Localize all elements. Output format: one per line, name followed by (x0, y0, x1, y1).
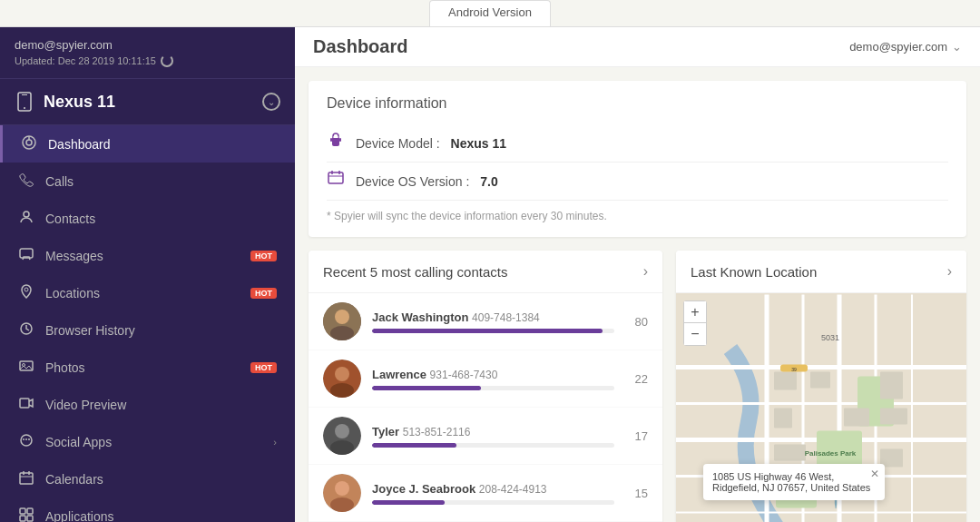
contact-item-joyce: Joyce J. Seabrook 208-424-4913 15 (309, 465, 662, 522)
popup-close-button[interactable]: ✕ (870, 468, 879, 480)
avatar-tyler (323, 417, 361, 455)
device-sync-note: * Spyier will sync the device informatio… (327, 210, 948, 222)
location-address: 1085 US Highway 46 West, Ridgefield, NJ … (712, 471, 870, 493)
sidebar-item-photos[interactable]: Photos HOT (0, 349, 295, 386)
device-os-label: Device OS Version : (356, 174, 469, 189)
svg-point-14 (23, 438, 24, 440)
top-bar: Dashboard demo@spyier.com ⌄ (295, 27, 980, 67)
contact-bar-lawrence (372, 386, 614, 390)
location-popup: ✕ 1085 US Highway 46 West, Ridgefield, N… (703, 464, 885, 500)
device-info-title: Device information (327, 95, 948, 112)
zoom-out-button[interactable]: − (684, 323, 706, 345)
sidebar-item-calls[interactable]: Calls (0, 163, 295, 200)
photos-hot-badge: HOT (250, 362, 277, 373)
sidebar-item-applications[interactable]: Applications (0, 497, 295, 522)
svg-rect-21 (20, 508, 25, 514)
map-card-title: Last Known Location (691, 264, 817, 280)
sidebar-item-calendars[interactable]: Calendars (0, 460, 295, 497)
svg-point-44 (330, 497, 354, 512)
calling-contacts-card: Recent 5 most calling contacts › (309, 251, 662, 522)
sidebar-item-label-contacts: Contacts (45, 212, 277, 226)
top-bar-right: demo@spyier.com ⌄ (849, 40, 962, 54)
sidebar-item-social-apps[interactable]: Social Apps › (0, 423, 295, 460)
contact-count-lawrence: 22 (625, 372, 648, 386)
contact-count-joyce: 15 (625, 487, 648, 500)
main-layout: demo@spyier.com Updated: Dec 28 2019 10:… (0, 27, 980, 522)
svg-point-15 (25, 438, 27, 440)
device-model-row: Device Model : Nexus 11 (327, 124, 948, 163)
svg-point-35 (330, 326, 354, 340)
sidebar-item-browser-history[interactable]: Browser History (0, 311, 295, 349)
device-os-row: Device OS Version : 7.0 (327, 163, 948, 201)
sidebar-item-contacts[interactable]: Contacts (0, 200, 295, 237)
social-apps-icon (18, 433, 34, 450)
sidebar-item-locations[interactable]: Locations HOT (0, 274, 295, 311)
contact-bar-joyce (372, 500, 614, 505)
refresh-icon[interactable] (161, 54, 173, 67)
contact-bar-jack (372, 329, 614, 333)
map-card-header: Last Known Location › (676, 251, 966, 293)
svg-rect-64 (880, 409, 907, 425)
contact-item-lawrence: Lawrence 931-468-7430 22 (309, 350, 662, 408)
sidebar-item-label-browser-history: Browser History (45, 323, 277, 338)
calls-icon (18, 172, 34, 190)
avatar-lawrence (323, 359, 361, 398)
svg-point-16 (28, 438, 30, 440)
page-title: Dashboard (313, 36, 407, 57)
contact-info-joyce: Joyce J. Seabrook 208-424-4913 (372, 482, 614, 505)
android-icon (327, 132, 345, 154)
avatar-joyce (323, 474, 361, 512)
nav-items: Dashboard Calls Contact (0, 125, 295, 522)
locations-hot-badge: HOT (250, 288, 277, 299)
sidebar-updated: Updated: Dec 28 2019 10:11:15 (15, 54, 280, 67)
svg-point-6 (24, 212, 29, 217)
sidebar-item-video-preview[interactable]: Video Preview (0, 386, 295, 423)
device-name: Nexus 11 (44, 93, 115, 112)
sidebar-item-messages[interactable]: Messages HOT (0, 237, 295, 274)
android-version-tab[interactable]: Android Version (429, 0, 551, 26)
map-card-arrow-icon[interactable]: › (947, 263, 952, 280)
device-model-value: Nexus 11 (451, 136, 506, 151)
main-content: Dashboard demo@spyier.com ⌄ Device infor… (295, 27, 980, 522)
svg-point-28 (337, 136, 338, 138)
avatar-jack (323, 302, 361, 340)
svg-rect-29 (328, 172, 343, 183)
contact-name-phone-jack: Jack Washington 409-748-1384 (372, 310, 614, 324)
calendars-icon (18, 470, 34, 488)
sidebar-item-label-dashboard: Dashboard (48, 137, 277, 152)
svg-point-43 (335, 481, 349, 496)
device-selector-left: Nexus 11 (15, 92, 115, 112)
messages-hot-badge: HOT (250, 251, 277, 261)
cards-row: Recent 5 most calling contacts › (309, 251, 966, 522)
dashboard-icon (21, 135, 37, 153)
messages-icon (18, 247, 34, 264)
top-bar-chevron-icon[interactable]: ⌄ (952, 40, 962, 54)
sidebar-item-dashboard[interactable]: Dashboard (0, 125, 295, 163)
contact-name-phone-joyce: Joyce J. Seabrook 208-424-4913 (372, 482, 614, 496)
chevron-down-icon[interactable]: ⌄ (262, 93, 280, 111)
zoom-in-button[interactable]: + (684, 301, 706, 323)
sidebar-item-label-applications: Applications (45, 509, 277, 523)
contacts-icon (18, 210, 34, 227)
calling-card-header: Recent 5 most calling contacts › (309, 251, 662, 293)
svg-rect-59 (774, 372, 797, 390)
sidebar-item-label-social-apps: Social Apps (45, 435, 262, 449)
svg-rect-17 (20, 473, 33, 484)
map-card: Last Known Location › (676, 251, 966, 522)
svg-rect-24 (27, 516, 33, 521)
svg-text:Palisades Park: Palisades Park (805, 449, 857, 458)
sidebar: demo@spyier.com Updated: Dec 28 2019 10:… (0, 27, 295, 522)
svg-point-8 (24, 288, 28, 291)
svg-rect-25 (330, 138, 332, 142)
svg-point-38 (330, 383, 354, 398)
svg-text:5031: 5031 (821, 333, 839, 342)
calling-card-arrow-icon[interactable]: › (643, 263, 648, 280)
device-selector[interactable]: Nexus 11 ⌄ (0, 79, 295, 125)
contact-item-jack: Jack Washington 409-748-1384 80 (309, 293, 662, 350)
sidebar-item-label-locations: Locations (45, 286, 240, 300)
contact-count-tyler: 17 (625, 429, 648, 443)
os-icon (327, 170, 345, 192)
contact-count-jack: 80 (625, 315, 648, 329)
svg-rect-66 (774, 445, 806, 461)
sidebar-item-label-video-preview: Video Preview (45, 398, 277, 412)
